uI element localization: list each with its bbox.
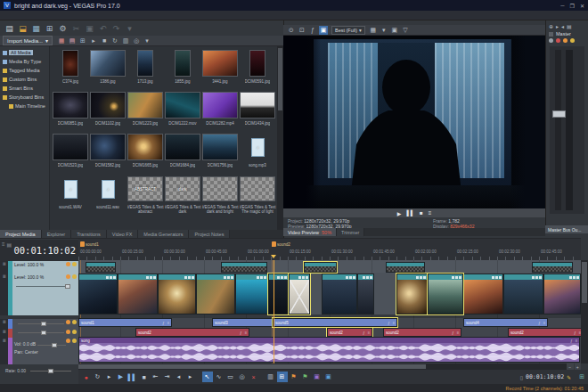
media-item[interactable]: VEGAS Titles & Text The magic of light [239, 175, 276, 216]
transport-button[interactable] [197, 372, 201, 382]
media-item[interactable]: DCIM1434.jpg [239, 91, 276, 133]
video-clip[interactable] [196, 274, 235, 314]
media-toolbar-button[interactable]: ▥ [121, 37, 130, 45]
mute-button[interactable] [66, 330, 70, 334]
volume-slider[interactable] [37, 345, 66, 346]
toolbar-button[interactable]: ⬓ [17, 22, 29, 34]
media-item[interactable]: ♪ sound1.WAV [52, 175, 89, 216]
solo-button[interactable] [72, 262, 77, 266]
preview-transport-button[interactable]: ▶ [397, 210, 402, 216]
timeline-ruler[interactable]: 00:00:00:0000:00:15:0000:00:30:0000:00:4… [78, 238, 581, 260]
video-clip[interactable] [322, 274, 357, 314]
mixer-toolbar-icon[interactable]: ▤ [567, 23, 572, 29]
transport-button[interactable]: ▭ [225, 372, 236, 382]
media-panel-tab[interactable]: Media Generators [138, 230, 189, 238]
transport-button[interactable]: ⚑ [300, 372, 311, 382]
video-clip[interactable] [235, 274, 268, 314]
music-clip[interactable]: song ƒ ≡ [78, 337, 580, 363]
media-item[interactable]: 1386.jpg [89, 49, 127, 91]
timeline-marker[interactable]: sound2 [272, 241, 290, 247]
media-item[interactable]: DCIM1756.jpg [201, 133, 239, 175]
volume-slider[interactable] [18, 332, 64, 333]
media-item[interactable]: DCIM0851.jpg [52, 91, 89, 133]
media-toolbar-button[interactable]: ▦ [57, 37, 66, 45]
toolbar-button[interactable]: ▤ [4, 22, 15, 34]
media-item[interactable]: 1855.jpg [164, 49, 201, 91]
track-menu-icon[interactable]: ≣ [0, 319, 8, 329]
toolbar-button[interactable]: ↶ [97, 22, 109, 34]
preview-toolbar-icon[interactable]: ▣ [390, 26, 399, 35]
media-item[interactable]: DCIM0591.jpg [239, 49, 276, 91]
media-panel-tab[interactable]: Explorer [42, 230, 71, 238]
track-header-2[interactable]: ≣ Level: 100.0 % [0, 274, 78, 315]
expand-icon[interactable]: ⊞ [579, 373, 584, 380]
timeline-time-display[interactable]: 00:01:10:02 [0, 240, 78, 261]
media-item[interactable]: 1713.jpg [127, 49, 164, 91]
mute-button[interactable] [66, 339, 70, 343]
zoom-out-button[interactable]: − [567, 363, 574, 370]
clip-fx-icons[interactable]: ƒ ≡ [538, 321, 547, 325]
title-clip[interactable] [386, 262, 425, 273]
transport-button[interactable]: ◂ [174, 372, 184, 382]
audio-clip[interactable]: sound2 ƒ ≡ [135, 328, 249, 337]
clip-fx-icons[interactable]: ƒ ≡ [363, 331, 372, 335]
transport-button[interactable]: ● [81, 372, 92, 382]
media-toolbar-button[interactable]: ▸ [89, 37, 98, 45]
media-item[interactable]: DCIM1665.jpg [127, 133, 164, 175]
clip-fx-icons[interactable]: ƒ ≡ [388, 321, 396, 325]
bus-button[interactable] [556, 38, 560, 43]
media-item[interactable]: dark VEGAS Titles & Text dark [164, 175, 201, 216]
media-panel-tab[interactable]: Transitions [71, 230, 107, 238]
title-clip[interactable] [221, 262, 267, 273]
master-fader-handle[interactable] [552, 110, 566, 118]
tree-item[interactable]: Tagged Media [0, 66, 49, 75]
preview-transport-button[interactable]: ▌▌ [406, 210, 414, 216]
media-panel-tab[interactable]: Video FX [107, 230, 139, 238]
minimize-button[interactable]: ─ [560, 3, 564, 9]
media-item[interactable]: ♪ sound11.wav [89, 175, 127, 216]
preview-toolbar-icon[interactable]: ƒ [308, 26, 317, 35]
video-clip[interactable] [118, 274, 158, 314]
solo-button[interactable] [72, 339, 77, 343]
clip-fx-icons[interactable]: ƒ ≡ [240, 331, 249, 335]
zoom-in-button[interactable]: + [575, 363, 582, 370]
track-header-5[interactable]: ≣ Vol: 0.0 dB Pan: Center [0, 338, 78, 364]
toolbar-button[interactable]: ⊞ [44, 22, 55, 34]
timeline-tracks-area[interactable]: sound1 ƒ ≡ sound3 ƒ ≡ sound5 ƒ ≡ sound4 … [78, 260, 581, 363]
preview-quality-dropdown[interactable]: Best (Full) ▾ [331, 26, 365, 35]
preview-transport-button[interactable]: ■ [420, 210, 423, 216]
clip-fx-icons[interactable]: ƒ ≡ [452, 331, 461, 335]
tree-item[interactable]: Main Timeline [0, 102, 49, 110]
media-item[interactable]: DCIM1282.mp4 [201, 91, 239, 133]
audio-clip[interactable]: sound5 ƒ ≡ [273, 318, 397, 327]
preview-tab[interactable]: Video Preview 50% [283, 228, 337, 236]
video-clip[interactable] [78, 274, 118, 314]
media-toolbar-button[interactable]: ◎ [132, 37, 141, 45]
preview-toolbar-icon[interactable]: ▽ [401, 26, 410, 35]
solo-button[interactable] [72, 320, 77, 324]
track-menu-icon[interactable]: ≣ [0, 329, 8, 338]
transport-button[interactable]: ▣ [312, 372, 323, 382]
maximize-button[interactable]: ❐ [570, 3, 575, 9]
mute-button[interactable] [66, 320, 70, 324]
timeline-vertical-scrollbar[interactable] [581, 260, 588, 363]
transport-button[interactable]: ▌▌ [127, 372, 138, 382]
cursor-position-time[interactable]: 00:01:10:02 [526, 373, 564, 380]
media-item[interactable]: DCIM1523.jpg [52, 133, 89, 175]
media-panel-tab[interactable]: Project Notes [189, 230, 230, 238]
transport-button[interactable]: ▸ [185, 372, 196, 382]
playhead-head[interactable] [271, 255, 276, 258]
clip-fx-icons[interactable]: ƒ ≡ [162, 321, 171, 325]
video-clip[interactable] [268, 274, 289, 314]
title-clip[interactable] [532, 262, 573, 273]
media-toolbar-button[interactable]: ▤ [68, 37, 77, 45]
media-item[interactable]: DCIM1222.mov [164, 91, 201, 133]
tree-item[interactable]: Media By Type [0, 57, 49, 66]
video-clip[interactable] [158, 274, 196, 314]
edit-time-icon[interactable]: ✎ [567, 374, 571, 380]
transport-button[interactable]: ▣ [323, 372, 334, 382]
transport-button[interactable]: ⊞ [277, 372, 288, 382]
track-menu-icon[interactable]: ≣ [0, 338, 8, 364]
media-item[interactable]: ♪ song.mp3 [239, 133, 276, 175]
title-clip[interactable] [304, 262, 337, 273]
